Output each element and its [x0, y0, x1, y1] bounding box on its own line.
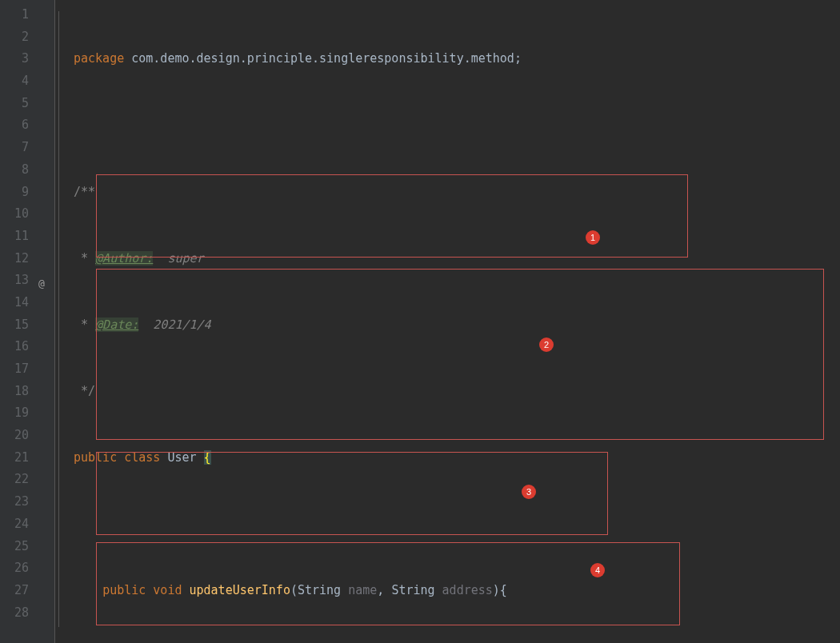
code-line: public class User {: [66, 447, 840, 469]
fold-column: [54, 0, 66, 643]
annotation-badge-1: 1: [586, 230, 600, 245]
gutter-line-numbers: 1 2 3 4 5 6 7 8 9 10 11 12 13 14 15 16 1…: [0, 0, 37, 643]
code-area[interactable]: package com.demo.design.principle.single…: [66, 0, 840, 643]
override-marker-icon[interactable]: @: [38, 273, 45, 295]
code-line: */: [66, 381, 840, 403]
gutter-marks: @: [37, 0, 54, 643]
code-line: * @Author: super: [66, 248, 840, 270]
code-editor: 1 2 3 4 5 6 7 8 9 10 11 12 13 14 15 16 1…: [0, 0, 840, 643]
code-line: * @Date: 2021/1/4: [66, 314, 840, 337]
code-line: /**: [66, 182, 840, 204]
annotation-badge-4: 4: [590, 563, 605, 577]
code-line: package com.demo.design.principle.single…: [66, 48, 840, 70]
code-line: [66, 115, 840, 138]
annotation-box-2: [96, 269, 824, 440]
annotation-badge-2: 2: [539, 337, 554, 352]
code-line: [66, 513, 840, 536]
annotation-badge-3: 3: [522, 485, 536, 499]
code-line: public void updateUserInfo(String name, …: [66, 580, 840, 602]
